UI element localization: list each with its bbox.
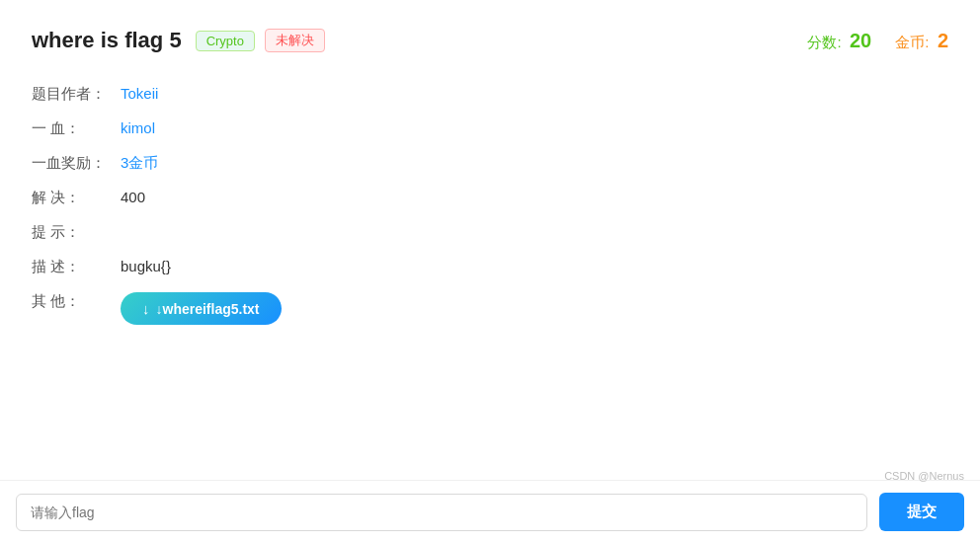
- blood-value[interactable]: kimol: [121, 119, 155, 136]
- coin-value: 2: [938, 30, 948, 51]
- download-label: ↓whereiflag5.txt: [156, 301, 260, 317]
- blood-reward-row: 一血奖励： 3金币: [32, 146, 948, 181]
- blood-reward-label: 一血奖励：: [32, 154, 121, 173]
- coin-label: 金币:: [895, 34, 929, 50]
- badge-crypto: Crypto: [196, 31, 255, 51]
- page-title: where is flag 5: [32, 28, 182, 53]
- score-section: 分数: 20: [807, 30, 871, 52]
- author-row: 题目作者： Tokeii: [32, 77, 948, 112]
- author-label: 题目作者：: [32, 85, 121, 104]
- info-section: 题目作者： Tokeii 一 血： kimol 一血奖励： 3金币 解 决： 4…: [32, 77, 948, 333]
- desc-value: bugku{}: [121, 258, 171, 274]
- other-row: 其 他： ↓ ↓whereiflag5.txt: [32, 284, 948, 333]
- score-value: 20: [850, 30, 871, 51]
- hint-label: 提 示：: [32, 223, 121, 242]
- submit-button[interactable]: 提交: [879, 493, 964, 531]
- blood-label: 一 血：: [32, 119, 121, 138]
- author-value[interactable]: Tokeii: [121, 85, 158, 102]
- score-label: 分数:: [807, 34, 841, 50]
- other-label: 其 他：: [32, 292, 121, 311]
- badge-unsolved: 未解决: [265, 29, 325, 52]
- footer-bar: 提交: [0, 480, 980, 543]
- main-container: where is flag 5 Crypto 未解决 分数: 20 金币: 2 …: [0, 0, 980, 360]
- desc-row: 描 述： bugku{}: [32, 250, 948, 284]
- solved-label: 解 决：: [32, 189, 121, 207]
- header-row: where is flag 5 Crypto 未解决 分数: 20 金币: 2: [32, 28, 948, 53]
- hint-row: 提 示：: [32, 215, 948, 250]
- desc-label: 描 述：: [32, 258, 121, 276]
- solved-value: 400: [121, 189, 145, 205]
- flag-input[interactable]: [16, 494, 867, 531]
- download-button[interactable]: ↓ ↓whereiflag5.txt: [121, 292, 282, 325]
- watermark: CSDN @Nernus: [884, 470, 964, 482]
- coin-section: 金币: 2: [895, 30, 948, 52]
- solved-row: 解 决： 400: [32, 181, 948, 215]
- blood-reward-value[interactable]: 3金币: [121, 154, 158, 173]
- blood-row: 一 血： kimol: [32, 112, 948, 146]
- header-right: 分数: 20 金币: 2: [807, 30, 948, 52]
- download-icon: ↓: [142, 300, 150, 317]
